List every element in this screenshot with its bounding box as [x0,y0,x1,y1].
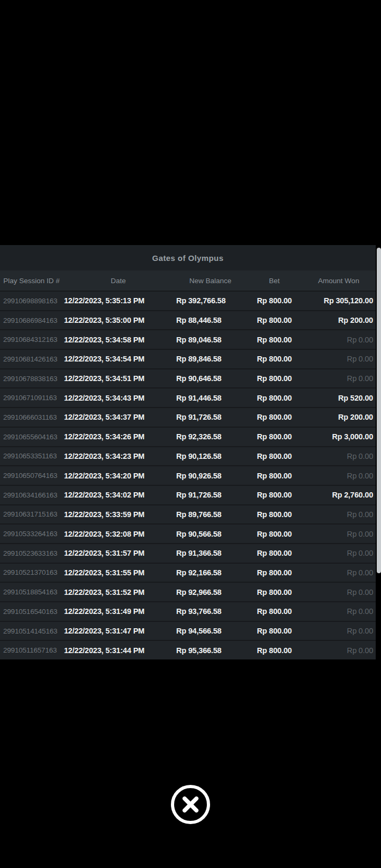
column-header: Bet [247,277,302,285]
cell-amount-won: Rp 3,000.00 [302,432,376,441]
cell-new-balance: Rp 92,166.58 [174,568,247,577]
cell-amount-won: Rp 0.00 [302,607,376,616]
cell-bet: Rp 800.00 [247,646,302,655]
cell-play-session-id: 29910631715163 [0,510,63,518]
cell-new-balance: Rp 89,766.58 [174,510,247,519]
cell-new-balance: Rp 89,846.58 [174,355,247,363]
scrollbar-thumb[interactable] [377,248,381,573]
cell-amount-won: Rp 0.00 [302,627,376,635]
cell-date: 12/22/2023, 5:31:44 PM [63,646,174,655]
cell-play-session-id: 29910653351163 [0,452,63,460]
cell-date: 12/22/2023, 5:35:13 PM [63,296,174,305]
table-row: 29910666031163 12/22/2023, 5:34:37 PM Rp… [0,407,376,427]
table-row: 29910655604163 12/22/2023, 5:34:26 PM Rp… [0,427,376,446]
cell-date: 12/22/2023, 5:32:08 PM [63,530,174,538]
cell-bet: Rp 800.00 [247,432,302,441]
cell-new-balance: Rp 91,726.58 [174,491,247,499]
cell-new-balance: Rp 90,566.58 [174,530,247,538]
column-header: Play Session ID # [0,277,63,285]
cell-bet: Rp 800.00 [247,568,302,577]
cell-bet: Rp 800.00 [247,607,302,616]
table-row: 29910518854163 12/22/2023, 5:31:52 PM Rp… [0,582,376,601]
table-row: 29910684312163 12/22/2023, 5:34:58 PM Rp… [0,329,376,349]
cell-bet: Rp 800.00 [247,296,302,305]
cell-new-balance: Rp 92,966.58 [174,588,247,596]
cell-bet: Rp 800.00 [247,374,302,383]
cell-play-session-id: 29910650764163 [0,472,63,480]
cell-play-session-id: 29910681426163 [0,355,63,363]
cell-date: 12/22/2023, 5:34:54 PM [63,355,174,363]
cell-date: 12/22/2023, 5:31:57 PM [63,549,174,557]
game-title: Gates of Olympus [152,254,224,263]
modal-title-bar: Gates of Olympus [0,245,376,270]
cell-amount-won: Rp 0.00 [302,355,376,363]
cell-new-balance: Rp 392,766.58 [174,296,247,305]
cell-date: 12/22/2023, 5:31:49 PM [63,607,174,616]
table-header-row: Play Session ID #DateNew BalanceBetAmoun… [0,270,376,291]
cell-amount-won: Rp 0.00 [302,452,376,460]
cell-play-session-id: 29910684312163 [0,336,63,343]
cell-new-balance: Rp 92,326.58 [174,432,247,441]
cell-play-session-id: 29910655604163 [0,433,63,441]
cell-amount-won: Rp 0.00 [302,510,376,519]
column-header: New Balance [174,277,247,285]
close-button[interactable] [168,782,213,827]
cell-date: 12/22/2023, 5:34:26 PM [63,432,174,441]
cell-new-balance: Rp 89,046.58 [174,336,247,344]
table-row: 29910678838163 12/22/2023, 5:34:51 PM Rp… [0,368,376,388]
cell-date: 12/22/2023, 5:34:23 PM [63,452,174,460]
table-row: 29910686984163 12/22/2023, 5:35:00 PM Rp… [0,310,376,330]
cell-bet: Rp 800.00 [247,355,302,363]
cell-bet: Rp 800.00 [247,394,302,402]
table-row: 29910681426163 12/22/2023, 5:34:54 PM Rp… [0,349,376,368]
game-history-modal: Gates of Olympus Play Session ID #DateNe… [0,245,376,659]
cell-new-balance: Rp 94,566.58 [174,627,247,635]
cell-amount-won: Rp 0.00 [302,588,376,596]
cell-play-session-id: 29910521370163 [0,568,63,576]
cell-bet: Rp 800.00 [247,510,302,519]
cell-date: 12/22/2023, 5:34:43 PM [63,394,174,402]
cell-bet: Rp 800.00 [247,452,302,460]
cell-play-session-id: 29910698898163 [0,297,63,305]
cell-amount-won: Rp 0.00 [302,646,376,655]
cell-new-balance: Rp 88,446.58 [174,316,247,324]
table-row: 29910631715163 12/22/2023, 5:33:59 PM Rp… [0,504,376,524]
cell-new-balance: Rp 90,646.58 [174,374,247,383]
column-header: Date [63,277,174,285]
cell-bet: Rp 800.00 [247,530,302,538]
cell-date: 12/22/2023, 5:34:37 PM [63,413,174,421]
table-row: 29910653351163 12/22/2023, 5:34:23 PM Rp… [0,446,376,466]
cell-amount-won: Rp 2,760.00 [302,491,376,499]
cell-play-session-id: 29910671091163 [0,394,63,402]
cell-play-session-id: 29910511657163 [0,646,63,654]
table-row: 29910634166163 12/22/2023, 5:34:02 PM Rp… [0,485,376,504]
table-row: 29910671091163 12/22/2023, 5:34:43 PM Rp… [0,387,376,407]
cell-play-session-id: 29910518854163 [0,588,63,596]
cell-bet: Rp 800.00 [247,549,302,557]
cell-play-session-id: 29910666031163 [0,413,63,421]
cell-amount-won: Rp 0.00 [302,472,376,480]
table-row: 29910516540163 12/22/2023, 5:31:49 PM Rp… [0,601,376,621]
cell-amount-won: Rp 305,120.00 [302,296,376,305]
cell-play-session-id: 29910686984163 [0,317,63,324]
cell-play-session-id: 29910533264163 [0,530,63,538]
cell-date: 12/22/2023, 5:31:55 PM [63,568,174,577]
screen-background: { "modal": { "title": "Gates of Olympus"… [0,0,381,868]
table-body: 29910698898163 12/22/2023, 5:35:13 PM Rp… [0,291,376,659]
cell-bet: Rp 800.00 [247,588,302,596]
cell-date: 12/22/2023, 5:35:00 PM [63,316,174,324]
cell-bet: Rp 800.00 [247,413,302,421]
table-row: 29910521370163 12/22/2023, 5:31:55 PM Rp… [0,563,376,582]
cell-new-balance: Rp 91,446.58 [174,394,247,402]
cell-amount-won: Rp 520.00 [302,394,376,402]
cell-new-balance: Rp 90,126.58 [174,452,247,460]
cell-bet: Rp 800.00 [247,491,302,499]
table-row: 29910511657163 12/22/2023, 5:31:44 PM Rp… [0,640,376,659]
cell-bet: Rp 800.00 [247,336,302,344]
table-row: 29910698898163 12/22/2023, 5:35:13 PM Rp… [0,291,376,310]
cell-new-balance: Rp 90,926.58 [174,472,247,480]
table-row: 29910514145163 12/22/2023, 5:31:47 PM Rp… [0,621,376,640]
table-row: 29910650764163 12/22/2023, 5:34:20 PM Rp… [0,465,376,485]
cell-amount-won: Rp 0.00 [302,530,376,538]
cell-new-balance: Rp 91,366.58 [174,549,247,557]
